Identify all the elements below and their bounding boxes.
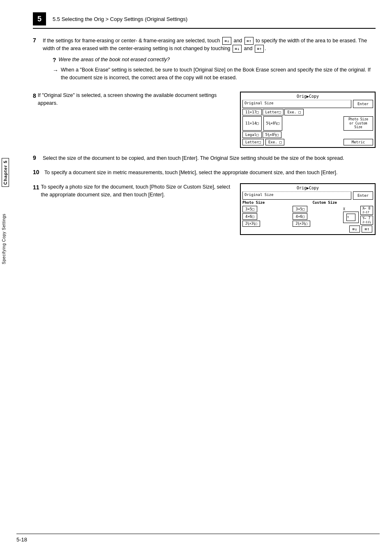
page-footer: 5-18 (16, 534, 380, 543)
screen-title-8: Orig▶Copy (242, 94, 373, 99)
question-mark-icon: ? (53, 56, 56, 64)
btn-down-11[interactable]: ≡↓ (349, 226, 360, 233)
preview-xy-col: X Y X← 8 2~17 (343, 206, 373, 233)
x-range: 2~17 (362, 211, 369, 214)
step-8-image: Orig▶Copy Original Size Enter 11×17□ Let… (240, 92, 376, 148)
step-11: 11 To specify a photo size for the docum… (33, 183, 376, 235)
screen-enter-btn-11[interactable]: Enter (353, 191, 373, 200)
btn-4x6-photo[interactable]: 4×6□ (242, 213, 257, 220)
answer-arrow-icon: → (53, 66, 58, 75)
step-11-image: Orig▶Copy Original Size Enter Photo Size… (240, 183, 376, 235)
screen-row-label: Original Size Enter (242, 100, 373, 108)
btn-up-11[interactable]: ≡↑ (362, 226, 372, 233)
btn-11x14[interactable]: 11×14□ (242, 116, 262, 131)
btn-letter-2[interactable]: Letter□ (242, 139, 264, 146)
page-content: 5 5.5 Selecting the Orig > Copy Settings… (16, 0, 392, 258)
icon-down-arrow: ≡↓ (222, 37, 231, 45)
page-number: 5-18 (16, 537, 27, 543)
screen-photo-custom-header: Photo Size Custom Size (242, 200, 373, 205)
photo-size-btns: 3×5□ 4×6□ 2¾×3¾□ (242, 206, 291, 233)
chapter-number: 5 (33, 12, 46, 25)
step-7-and: and (233, 38, 242, 44)
btn-5x8-2[interactable]: 5¾×8½□ (263, 131, 282, 138)
screen-row-3: Legal□ 5¾×8½□ (242, 131, 373, 138)
step-8-text: 8 If "Original Size" is selected, a scre… (33, 92, 240, 107)
xy-values: X← 8 2~17 Y← 7 2~11¼ (360, 206, 373, 225)
preview-x-row: X Y X← 8 2~17 (343, 206, 373, 225)
question-text: Were the areas of the book not erased co… (59, 56, 170, 64)
step-9: 9 Select the size of the document to be … (33, 154, 376, 162)
screen-original-size-11: Original Size (242, 191, 351, 200)
btn-photo-size-custom[interactable]: Photo Sizeor CustomSize (344, 116, 373, 131)
btn-2x3-custom[interactable]: 2¾×3¾□ (293, 221, 310, 227)
y-value-box: Y← 7 2~11¼ (360, 216, 373, 225)
btn-3x5-custom[interactable]: 3×5□ (293, 206, 307, 212)
x-label: X (343, 207, 359, 211)
icon-down-arrow2: ≡↓ (233, 45, 242, 53)
step-7: 7 If the settings for frame-erasing or c… (33, 37, 376, 85)
step-11-content: To specify a photo size for the document… (41, 183, 233, 199)
btn-exe-2[interactable]: Exe. □ (265, 139, 285, 146)
custom-size-label: Custom Size (312, 200, 337, 205)
screen-mockup-11: Orig▶Copy Original Size Enter Photo Size… (240, 183, 376, 235)
btn-metric[interactable]: Metric (344, 139, 373, 146)
screen-row-1: 11×17□ Letter□ Exe. □ (242, 109, 373, 115)
y-value: Y← 7 (362, 216, 370, 220)
screen-main-content-11: 3×5□ 4×6□ 2¾×3¾□ 3×5□ (242, 206, 373, 233)
step-10-content: To specify a document size in metric mea… (44, 169, 376, 177)
screen-row-2: 11×14□ 5¾×8½□ Photo Sizeor CustomSize (242, 116, 373, 131)
photo-size-label: Photo Size (242, 200, 311, 205)
thumbnail-area: X Y (343, 207, 359, 223)
y-indicator: Y (347, 216, 349, 219)
btn-4x6-custom[interactable]: 4×6□ (293, 213, 307, 220)
qa-block: ? Were the areas of the book not erased … (53, 56, 376, 82)
btn-legal[interactable]: Legal□ (242, 131, 262, 138)
step-8-number: 8 (33, 92, 36, 100)
step-7-number: 7 (33, 37, 41, 44)
step-11-number: 11 (33, 183, 39, 192)
step-11-text: 11 To specify a photo size for the docum… (33, 183, 240, 199)
header-title: 5.5 Selecting the Orig > Copy Settings (… (53, 16, 187, 22)
screen-original-size-label: Original Size (242, 100, 351, 108)
screen-row-4: Letter□ Exe. □ Metric (242, 139, 373, 146)
step-7-content: If the settings for frame-erasing or cen… (43, 37, 376, 85)
step-9-number: 9 (33, 154, 41, 161)
chapter-tab: Chapter 5 (2, 158, 9, 187)
icon-up-arrow: ≡↑ (244, 37, 254, 45)
sidebar: Chapter 5 Specifying Copy Settings (0, 0, 16, 555)
btn-11x17[interactable]: 11×17□ (242, 109, 262, 115)
btn-exe-1[interactable]: Exe. □ (284, 109, 304, 115)
preview-box: Y (343, 212, 359, 223)
preview-inner: Y (346, 214, 355, 221)
updown-row: ≡↓ ≡↑ (343, 226, 373, 233)
x-value: X← 8 (362, 207, 370, 210)
screen-title-11: Orig▶Copy (242, 186, 373, 190)
btn-5x8-1[interactable]: 5¾×8½□ (263, 116, 283, 131)
x-value-box: X← 8 2~17 (360, 206, 373, 215)
btn-3x5-photo[interactable]: 3×5□ (242, 206, 257, 212)
step-9-content: Select the size of the document to be co… (43, 154, 376, 162)
custom-size-btns: 3×5□ 4×6□ 2¾×3¾□ (293, 206, 341, 233)
answer-line: → When a "Book Erase" setting is selecte… (53, 66, 376, 82)
screen-mockup-8: Orig▶Copy Original Size Enter 11×17□ Let… (240, 92, 376, 148)
step-10-number: 10 (33, 169, 43, 175)
btn-2x3-photo[interactable]: 2¾×3¾□ (242, 221, 260, 227)
btn-letter-1[interactable]: Letter□ (263, 109, 284, 115)
screen-enter-btn-8[interactable]: Enter (353, 100, 373, 108)
step-8-content: If "Original Size" is selected, a screen… (38, 92, 233, 107)
step-10: 10 To specify a document size in metric … (33, 169, 376, 177)
step-8: 8 If "Original Size" is selected, a scre… (33, 92, 376, 148)
specifying-tab: Specifying Copy Settings (2, 214, 6, 264)
screen-row-label-11: Original Size Enter (242, 191, 373, 200)
question-line: ? Were the areas of the book not erased … (53, 56, 376, 64)
y-range: 2~11¼ (362, 221, 371, 224)
page-header: 5 5.5 Selecting the Orig > Copy Settings… (33, 12, 376, 29)
answer-text: When a "Book Erase" setting is selected,… (61, 66, 376, 82)
icon-up-arrow2: ≡↑ (255, 45, 264, 53)
